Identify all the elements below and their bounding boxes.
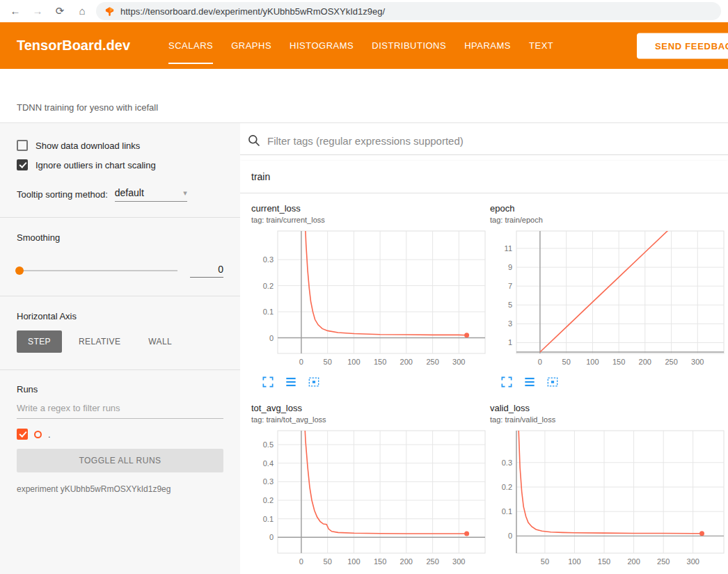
axis-relative-button[interactable]: RELATIVE (68, 330, 132, 353)
smoothing-slider[interactable] (17, 270, 177, 271)
tab-graphs[interactable]: GRAPHS (222, 22, 280, 69)
svg-text:250: 250 (657, 557, 670, 566)
browser-toolbar: ← → ⟳ ⌂ https://tensorboard.dev/experime… (0, 0, 728, 22)
svg-text:11: 11 (505, 244, 512, 253)
toggle-all-runs-button[interactable]: TOGGLE ALL RUNS (17, 449, 223, 472)
home-icon[interactable]: ⌂ (74, 3, 90, 19)
tooltip-sorting-row: Tooltip sorting method: default ▾ (17, 187, 223, 217)
svg-text:250: 250 (426, 557, 438, 566)
svg-text:0.2: 0.2 (263, 496, 274, 504)
smoothing-section: Smoothing 0 (17, 218, 223, 296)
app-header: TensorBoard.dev SCALARS GRAPHS HISTOGRAM… (0, 22, 728, 69)
chart-tag: tag: train/valid_loss (490, 415, 727, 424)
svg-text:0.1: 0.1 (502, 507, 512, 516)
svg-text:100: 100 (586, 358, 599, 366)
tab-scalars[interactable]: SCALARS (159, 22, 222, 69)
chart-plot[interactable]: 5010015020025030000.10.20.3 (490, 428, 727, 571)
svg-text:0: 0 (269, 334, 274, 342)
svg-text:100: 100 (568, 557, 580, 566)
tag-filter-input[interactable] (267, 135, 720, 147)
chart-plot[interactable]: 05010015020025030000.10.20.3 (251, 228, 488, 371)
runs-filter-input[interactable] (17, 394, 223, 419)
chart-card-epoch: epoch tag: train/epoch 05010015020025030… (490, 203, 727, 389)
show-download-links-checkbox[interactable] (17, 140, 28, 151)
chart-expand-icon[interactable] (500, 375, 514, 389)
chart-data-table-icon[interactable] (523, 375, 537, 389)
ignore-outliers-label: Ignore outliers in chart scaling (35, 160, 156, 170)
chart-card-current-loss: current_loss tag: train/current_loss 050… (251, 203, 489, 389)
axis-step-button[interactable]: STEP (17, 330, 62, 353)
svg-text:300: 300 (687, 557, 699, 566)
svg-text:50: 50 (324, 557, 332, 566)
chart-toolbar (261, 375, 489, 389)
runs-label: Runs (17, 384, 223, 394)
run-checkbox[interactable] (17, 429, 28, 440)
svg-text:50: 50 (324, 358, 332, 366)
chart-title: valid_loss (490, 403, 727, 413)
horizontal-axis-section: Horizontal Axis STEP RELATIVE WALL (17, 296, 223, 369)
tooltip-sorting-label: Tooltip sorting method: (17, 189, 108, 202)
tooltip-sorting-value: default (115, 187, 144, 198)
svg-text:200: 200 (400, 358, 413, 366)
svg-text:100: 100 (347, 557, 360, 566)
address-bar[interactable]: https://tensorboard.dev/experiment/yKUbh… (96, 2, 721, 20)
smoothing-value-input[interactable]: 0 (190, 264, 223, 278)
horizontal-axis-label: Horizontal Axis (17, 311, 223, 321)
svg-text:0.3: 0.3 (502, 459, 512, 467)
chart-card-valid-loss: valid_loss tag: train/valid_loss 5010015… (490, 403, 727, 574)
tag-group-title: train (251, 171, 270, 182)
svg-text:300: 300 (452, 358, 465, 366)
svg-text:0: 0 (299, 358, 303, 366)
svg-text:1: 1 (508, 338, 512, 346)
tab-histograms[interactable]: HISTOGRAMS (280, 22, 363, 69)
tab-distributions[interactable]: DISTRIBUTIONS (363, 22, 455, 69)
tag-filter-row (240, 130, 728, 155)
svg-text:5: 5 (508, 301, 512, 309)
chart-title: epoch (490, 203, 727, 214)
url-text: https://tensorboard.dev/experiment/yKUbh… (120, 6, 385, 17)
forward-icon[interactable]: → (29, 3, 46, 19)
run-color-swatch (34, 431, 42, 438)
tab-hparams[interactable]: HPARAMS (455, 22, 520, 69)
tensorboard-favicon (104, 6, 115, 17)
svg-text:0.5: 0.5 (263, 440, 274, 449)
experiment-subheader: TDNN training for yesno with icefall (0, 69, 728, 123)
send-feedback-button[interactable]: SEND FEEDBACK (637, 33, 728, 58)
svg-text:0: 0 (299, 557, 303, 566)
svg-text:50: 50 (562, 358, 571, 366)
smoothing-slider-thumb[interactable] (15, 266, 24, 275)
svg-text:7: 7 (508, 282, 512, 290)
chart-plot[interactable]: 05010015020025030000.10.20.30.40.5 (251, 428, 488, 571)
show-download-links-row: Show data download links (17, 140, 223, 151)
tab-text[interactable]: TEXT (520, 22, 562, 69)
run-name: . (48, 429, 51, 440)
svg-text:200: 200 (639, 358, 651, 366)
svg-text:250: 250 (426, 358, 438, 366)
svg-text:0.2: 0.2 (502, 483, 512, 491)
chevron-down-icon: ▾ (183, 189, 187, 198)
chart-title: tot_avg_loss (251, 403, 489, 413)
run-list-item: . (17, 429, 223, 440)
chart-expand-icon[interactable] (261, 375, 275, 389)
axis-wall-button[interactable]: WALL (137, 330, 183, 353)
svg-text:300: 300 (691, 358, 704, 366)
chart-plot[interactable]: 0501001502002503001357911 (490, 228, 727, 371)
chart-data-table-icon[interactable] (284, 375, 298, 389)
svg-text:150: 150 (598, 557, 610, 566)
svg-text:0.4: 0.4 (263, 459, 274, 468)
chart-fit-domain-icon[interactable] (546, 375, 560, 389)
search-icon (247, 134, 261, 148)
back-icon[interactable]: ← (7, 3, 24, 19)
reload-icon[interactable]: ⟳ (52, 3, 68, 19)
ignore-outliers-checkbox[interactable] (17, 159, 28, 170)
settings-sidebar: Show data download links Ignore outliers… (0, 123, 240, 574)
svg-text:150: 150 (374, 358, 386, 366)
chart-fit-domain-icon[interactable] (307, 375, 321, 389)
svg-text:0: 0 (508, 532, 512, 540)
chart-toolbar (500, 375, 727, 389)
svg-text:150: 150 (374, 557, 386, 566)
charts-grid: current_loss tag: train/current_loss 050… (240, 193, 728, 574)
svg-text:0: 0 (269, 533, 274, 541)
tooltip-sorting-dropdown[interactable]: default ▾ (115, 187, 187, 202)
tag-group-header[interactable]: train (240, 161, 728, 193)
